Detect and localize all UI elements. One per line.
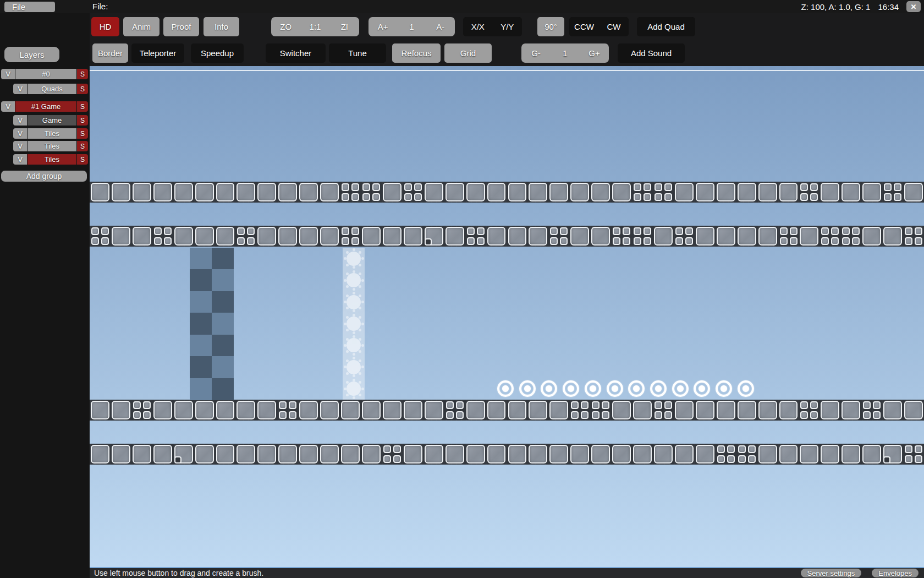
tile: [696, 445, 714, 464]
clock: 16:34: [878, 2, 899, 12]
tile: [842, 445, 860, 464]
group-label[interactable]: #1 Game: [15, 101, 76, 112]
visibility-toggle[interactable]: V: [1, 101, 15, 112]
rotate-ccw-button[interactable]: CCW: [569, 22, 599, 31]
layer-row-group-0[interactable]: V #0 S: [1, 69, 88, 79]
proof-toggle-button[interactable]: Proof: [163, 17, 199, 36]
hd-toggle-button[interactable]: HD: [91, 17, 119, 36]
tile: [257, 227, 276, 246]
anim-slower-button[interactable]: A-: [426, 22, 455, 31]
small-tile-group: [821, 227, 839, 245]
layer-row-group-1-game[interactable]: V #1 Game S: [1, 101, 88, 112]
layer-row-tiles-2[interactable]: V Tiles S: [13, 141, 88, 151]
switcher-button[interactable]: Switcher: [266, 43, 326, 63]
tile: [696, 227, 714, 246]
ring-center-dot: [612, 385, 618, 392]
server-settings-button[interactable]: Server settings: [801, 569, 862, 577]
ring-center-dot: [590, 385, 596, 392]
zoom-in-button[interactable]: ZI: [330, 22, 359, 31]
small-tile-group: [654, 183, 672, 201]
add-group-button[interactable]: Add group: [1, 171, 87, 182]
layer-row-quads[interactable]: V Quads S: [13, 84, 88, 94]
layer-label[interactable]: Tiles: [28, 154, 76, 165]
tile: [717, 183, 735, 201]
tile: [591, 183, 610, 201]
info-toggle-button[interactable]: Info: [204, 17, 239, 36]
visibility-toggle[interactable]: V: [13, 84, 27, 94]
rotate-90-button[interactable]: 90°: [537, 17, 564, 36]
layers-panel-title[interactable]: Layers: [4, 47, 59, 62]
teleporter-button[interactable]: Teleporter: [131, 43, 184, 63]
file-menu-button[interactable]: File: [4, 2, 55, 12]
border-button[interactable]: Border: [92, 43, 128, 63]
small-tile-group: [133, 401, 151, 419]
anim-toggle-button[interactable]: Anim: [123, 17, 160, 36]
shift-button[interactable]: S: [77, 69, 88, 79]
tile: [91, 445, 109, 464]
tile: [341, 401, 360, 419]
group-label[interactable]: #0: [15, 69, 76, 79]
speedup-button[interactable]: Speedup: [191, 43, 244, 63]
tile-strip: [90, 182, 924, 203]
add-sound-button[interactable]: Add Sound: [618, 43, 685, 63]
zoom-out-button[interactable]: ZO: [271, 22, 300, 31]
tile: [299, 183, 318, 201]
tile: [738, 183, 756, 201]
tile: [529, 183, 547, 201]
small-tile-group: [863, 401, 881, 419]
shift-button[interactable]: S: [77, 141, 88, 151]
tile: [696, 401, 714, 419]
shift-button[interactable]: S: [77, 101, 88, 112]
visibility-toggle[interactable]: V: [13, 115, 27, 126]
rotate-button-group: CCW CW: [569, 17, 629, 36]
small-tile-group: [571, 401, 588, 419]
layer-row-game[interactable]: V Game S: [13, 115, 88, 126]
visibility-toggle[interactable]: V: [1, 69, 15, 79]
layer-label[interactable]: Game: [28, 115, 76, 126]
grid-toggle-button[interactable]: Grid: [444, 43, 492, 63]
layer-label[interactable]: Quads: [28, 84, 76, 94]
shift-button[interactable]: S: [77, 154, 88, 165]
tile: [800, 445, 818, 464]
layer-row-tiles-1[interactable]: V Tiles S: [13, 128, 88, 139]
shift-button[interactable]: S: [77, 115, 88, 126]
visibility-toggle[interactable]: V: [13, 141, 27, 151]
flip-x-button[interactable]: X/X: [463, 22, 493, 31]
shift-button[interactable]: S: [77, 84, 88, 94]
refocus-button[interactable]: Refocus: [392, 43, 441, 63]
anim-faster-button[interactable]: A+: [369, 22, 397, 31]
flip-y-button[interactable]: Y/Y: [493, 22, 522, 31]
small-tile-group: [780, 227, 798, 245]
rotate-cw-button[interactable]: CW: [599, 22, 629, 31]
tile: [821, 183, 839, 201]
close-icon[interactable]: ✕: [906, 1, 921, 12]
tune-button[interactable]: Tune: [329, 43, 386, 63]
zoom-reset-button[interactable]: 1:1: [300, 22, 329, 31]
tile: [195, 401, 214, 419]
visibility-toggle[interactable]: V: [13, 128, 27, 139]
grid-size-group: G- 1 G+: [521, 43, 609, 63]
small-tile-group: [717, 445, 735, 463]
tile: [842, 401, 860, 419]
tile: [174, 227, 193, 246]
shift-button[interactable]: S: [77, 128, 88, 139]
grid-larger-button[interactable]: G+: [580, 48, 609, 58]
layer-label[interactable]: Tiles: [28, 141, 76, 151]
tile: [257, 183, 276, 201]
tile: [862, 445, 881, 464]
tile: [216, 227, 235, 246]
add-quad-button[interactable]: Add Quad: [637, 17, 695, 36]
ring-center-dot: [743, 385, 749, 392]
tile: [404, 445, 422, 464]
top-menu-bar: File File: Z: 100, A: 1.0, G: 1 16:34 ✕: [0, 0, 924, 13]
tile: [446, 227, 464, 246]
map-canvas[interactable]: [90, 66, 924, 567]
layer-label[interactable]: Tiles: [28, 128, 76, 139]
checker-cell: [212, 335, 234, 357]
grid-smaller-button[interactable]: G-: [521, 48, 551, 58]
visibility-toggle[interactable]: V: [13, 154, 27, 165]
layer-row-tiles-3[interactable]: V Tiles S: [13, 154, 88, 165]
envelopes-button[interactable]: Envelopes: [872, 569, 919, 577]
tile: [446, 183, 464, 201]
ring-center-dot: [502, 385, 509, 392]
